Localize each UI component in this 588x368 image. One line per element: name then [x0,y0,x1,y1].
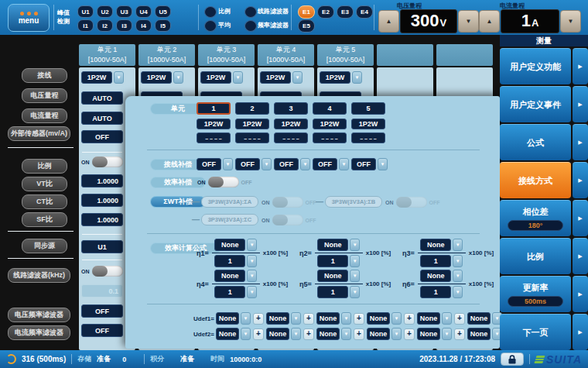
right-menu-phase-shift[interactable]: 相位差 180° [500,200,571,236]
plus-button[interactable]: + [303,313,314,325]
wiring-comp-dropdown-2[interactable]: OFF▼ [235,158,272,170]
plus-button[interactable]: + [303,328,314,340]
eta5-numerator-dropdown[interactable]: None▼ [317,270,360,282]
left-menu-u-freq-filter[interactable]: 电压频率滤波器 [8,308,70,322]
lock-button[interactable] [501,353,524,366]
right-menu-formula[interactable]: 公式 [500,124,571,160]
eta2-denominator-dropdown[interactable]: 1▼ [317,255,360,267]
plus-button[interactable]: + [454,328,465,340]
toggle-switch[interactable] [92,156,123,167]
plus-button[interactable]: + [404,328,415,340]
udef1-dropdown-6[interactable]: None▼ [467,312,502,325]
eta1-denominator-dropdown[interactable]: 1▼ [214,255,257,267]
plus-button[interactable]: + [253,328,264,340]
dialog-unit-1-button[interactable]: 1 [197,102,231,115]
left-menu-sf-ratio[interactable]: SF比 [22,212,67,227]
unit1-sync-source[interactable]: U1 [81,240,123,253]
menu-button[interactable]: menu [8,4,50,32]
current-range-up-button[interactable]: ▲ [479,10,500,33]
udef2-dropdown-6[interactable]: None▼ [467,328,502,340]
unit2-wiring-dropdown[interactable]: 1P2W ▼ [141,71,183,84]
dialog-dash-1[interactable]: – – – – [197,132,231,143]
udef1-dropdown-3[interactable]: None▼ [316,312,351,325]
arrow-right-icon[interactable]: ▶ [573,86,588,122]
eta5-denominator-dropdown[interactable]: 1▼ [317,286,360,298]
udef2-dropdown-3[interactable]: None▼ [316,328,351,340]
unit1-i-freq-filter[interactable]: OFF [81,324,123,337]
eta6-numerator-dropdown[interactable]: None▼ [420,270,463,282]
arrow-right-icon[interactable]: ▶ [573,162,588,198]
wiring-comp-dropdown-4[interactable]: OFF▼ [313,158,349,170]
right-menu-scaling[interactable]: 比例 [500,238,571,274]
left-menu-sync-source[interactable]: 同步源 [22,239,67,253]
unit1-voltage-range[interactable]: AUTO [81,91,123,105]
eta1-numerator-dropdown[interactable]: None▼ [214,239,257,251]
unit3-wiring-dropdown[interactable]: 1P2W ▼ [200,71,243,84]
dialog-dash-4[interactable]: – – – – [313,132,347,143]
arrow-right-icon[interactable]: ▶ [573,48,588,84]
unit1-scaling-toggle[interactable]: ON [81,156,123,167]
arrow-right-icon[interactable]: ▶ [573,314,588,350]
unit4-wiring-dropdown[interactable]: 1P2W ▼ [260,71,303,84]
udef1-dropdown-2[interactable]: None▼ [266,312,301,325]
unit5-wiring-dropdown[interactable]: 1P2W ▼ [320,71,362,84]
wiring-comp-dropdown-1[interactable]: OFF▼ [197,158,233,170]
right-menu-user-functions[interactable]: 用户定义功能 [500,48,571,84]
unit1-u-freq-filter[interactable]: OFF [81,304,123,318]
current-range-down-button[interactable]: ▼ [560,10,581,33]
unit1-current-range[interactable]: AUTO [81,112,123,125]
dialog-wiring-2[interactable]: 1P2W [235,119,269,129]
unit1-wiring-dropdown[interactable]: 1P2W ▼ [81,71,124,84]
unit1-vt-ratio[interactable]: 1.0000 [81,174,123,187]
unit1-line-filter-toggle[interactable]: ON [81,266,123,277]
voltage-range-down-button[interactable]: ▼ [458,10,479,33]
plus-button[interactable]: + [454,313,465,325]
udef1-dropdown-5[interactable]: None▼ [417,312,452,325]
eta3-numerator-dropdown[interactable]: None▼ [420,239,463,251]
left-menu-voltage-range[interactable]: 电压量程 [22,88,67,103]
unit1-ext-sensor[interactable]: OFF [81,130,123,143]
left-menu-current-range[interactable]: 电流量程 [22,108,67,123]
dialog-unit-3-button[interactable]: 3 [274,102,308,115]
udef1-dropdown-4[interactable]: None▼ [367,312,402,325]
eta4-denominator-dropdown[interactable]: 1▼ [214,286,257,298]
dialog-dash-2[interactable]: – – – – [235,132,269,143]
dialog-wiring-5[interactable]: 1P2W [351,119,385,129]
arrow-right-icon[interactable]: ▶ [573,200,588,236]
left-menu-ct-ratio[interactable]: CT比 [22,194,67,209]
udef1-dropdown-1[interactable]: None▼ [216,312,251,325]
left-menu-vt-ratio[interactable]: VT比 [22,177,67,191]
unit1-ct-ratio[interactable]: 1.0000 [81,194,123,207]
dialog-wiring-1[interactable]: 1P2W [197,119,231,129]
right-menu-wiring-mode[interactable]: 接线方式 [500,162,571,198]
dialog-wiring-4[interactable]: 1P2W [313,119,347,129]
udef2-dropdown-2[interactable]: None▼ [266,328,301,340]
dialog-dash-5[interactable]: – – – – [351,132,385,143]
udef2-dropdown-1[interactable]: None▼ [216,328,251,340]
dialog-dash-3[interactable]: – – – – [274,132,308,143]
voltage-range-up-button[interactable]: ▲ [378,10,399,33]
dialog-unit-2-button[interactable]: 2 [235,102,269,115]
wiring-comp-dropdown-3[interactable]: OFF▼ [274,158,310,170]
right-menu-next-page[interactable]: 下一页 [500,314,571,350]
efficiency-comp-toggle[interactable]: ON OFF [197,177,252,187]
unit1-sf-ratio[interactable]: 1.0000 [81,213,123,226]
plus-button[interactable]: + [253,313,264,325]
arrow-right-icon[interactable]: ▶ [573,238,588,274]
dialog-unit-5-button[interactable]: 5 [351,102,385,115]
eta4-numerator-dropdown[interactable]: None▼ [214,270,257,282]
left-menu-i-freq-filter[interactable]: 电流频率滤波器 [8,325,70,340]
dialog-wiring-3[interactable]: 1P2W [274,119,308,129]
plus-button[interactable]: + [354,328,364,340]
wiring-comp-dropdown-5[interactable]: OFF▼ [351,158,388,170]
left-menu-line-filter[interactable]: 线路滤波器(kHz) [8,268,70,283]
left-menu-ext-sensor[interactable]: 外部传感器(mv/A) [8,126,70,141]
plus-button[interactable]: + [354,313,364,325]
eta2-numerator-dropdown[interactable]: None▼ [317,239,360,251]
udef2-dropdown-5[interactable]: None▼ [417,328,452,340]
left-menu-wiring[interactable]: 接线 [22,68,67,83]
udef2-dropdown-4[interactable]: None▼ [367,328,402,340]
plus-button[interactable]: + [404,313,415,325]
arrow-right-icon[interactable]: ▶ [573,124,588,160]
arrow-right-icon[interactable]: ▶ [573,276,588,312]
